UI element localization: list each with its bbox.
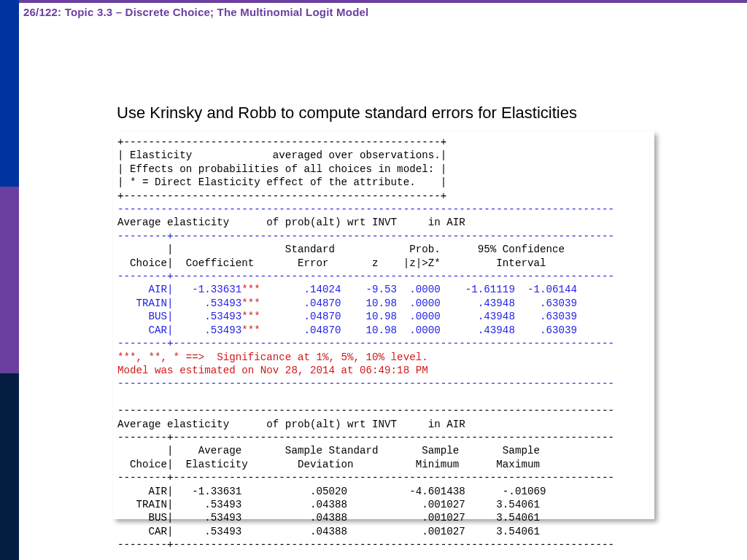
table1-row-bus-a: BUS| .53493 bbox=[117, 311, 241, 322]
sig-stars: *** bbox=[241, 324, 260, 336]
box-line-effects: | Effects on probabilities of all choice… bbox=[117, 163, 446, 175]
table1-row-air-b: .14024 -9.53 .0000 -1.61119 -1.06144 bbox=[260, 284, 577, 295]
left-color-strip bbox=[0, 0, 19, 560]
table2-row-car: CAR| .53493 .04388 .001027 3.54061 bbox=[117, 526, 540, 537]
table2-header-a: | Average Sample Standard Sample Sample bbox=[117, 445, 540, 456]
output-panel: +---------------------------------------… bbox=[113, 131, 654, 519]
top-accent-bar bbox=[0, 0, 747, 3]
page-title: 26/122: Topic 3.3 – Discrete Choice; The… bbox=[23, 6, 368, 18]
strip-segment-navy bbox=[0, 373, 19, 560]
output-text: +---------------------------------------… bbox=[113, 131, 654, 556]
rule: ----------------------------------------… bbox=[117, 405, 614, 416]
rule-sep: --------+-------------------------------… bbox=[117, 230, 614, 242]
rule-sep: --------+-------------------------------… bbox=[117, 338, 614, 349]
model-timestamp: Model was estimated on Nov 28, 2014 at 0… bbox=[117, 365, 428, 376]
rule-sep: --------+-------------------------------… bbox=[117, 472, 614, 483]
strip-segment-blue bbox=[0, 0, 19, 187]
table1-row-train-b: .04870 10.98 .0000 .43948 .63039 bbox=[260, 298, 577, 309]
box-line-direct: | * = Direct Elasticity effect of the at… bbox=[117, 176, 446, 188]
table2-header-b: Choice| Elasticity Deviation Minimum Max… bbox=[117, 459, 540, 470]
section1-title: Average elasticity of prob(alt) wrt INVT… bbox=[117, 217, 465, 228]
rule: ----------------------------------------… bbox=[117, 378, 614, 389]
table2-row-air: AIR| -1.33631 .05020 -4.601438 -.01069 bbox=[117, 486, 546, 497]
significance-legend: ***, **, * ==> Significance at 1%, 5%, 1… bbox=[117, 351, 428, 363]
slide: 26/122: Topic 3.3 – Discrete Choice; The… bbox=[0, 0, 747, 560]
table1-row-train-a: TRAIN| .53493 bbox=[117, 298, 241, 309]
table1-row-car-a: CAR| .53493 bbox=[117, 324, 241, 336]
table1-header-a: | Standard Prob. 95% Confidence bbox=[117, 244, 565, 255]
box-border-bottom: +---------------------------------------… bbox=[117, 190, 446, 202]
section2-title: Average elasticity of prob(alt) wrt INVT… bbox=[117, 419, 465, 430]
rule-sep: --------+-------------------------------… bbox=[117, 271, 614, 282]
table1-row-car-b: .04870 10.98 .0000 .43948 .63039 bbox=[260, 324, 577, 336]
table1-row-air-a: AIR| -1.33631 bbox=[117, 284, 241, 295]
slide-subtitle: Use Krinsky and Robb to compute standard… bbox=[117, 104, 577, 122]
rule-sep: --------+-------------------------------… bbox=[117, 432, 614, 443]
sig-stars: *** bbox=[241, 311, 260, 322]
box-border-top: +---------------------------------------… bbox=[117, 136, 446, 148]
table2-row-train: TRAIN| .53493 .04388 .001027 3.54061 bbox=[117, 499, 540, 510]
table1-row-bus-b: .04870 10.98 .0000 .43948 .63039 bbox=[260, 311, 577, 322]
table2-row-bus: BUS| .53493 .04388 .001027 3.54061 bbox=[117, 512, 540, 524]
sig-stars: *** bbox=[241, 284, 260, 295]
rule-sep: --------+-------------------------------… bbox=[117, 539, 614, 551]
sig-stars: *** bbox=[241, 298, 260, 309]
box-line-elasticity: | Elasticity averaged over observations.… bbox=[117, 149, 446, 161]
table1-header-b: Choice| Coefficient Error z |z|>Z* Inter… bbox=[117, 257, 546, 269]
strip-segment-purple bbox=[0, 187, 19, 373]
rule: ----------------------------------------… bbox=[117, 203, 614, 215]
